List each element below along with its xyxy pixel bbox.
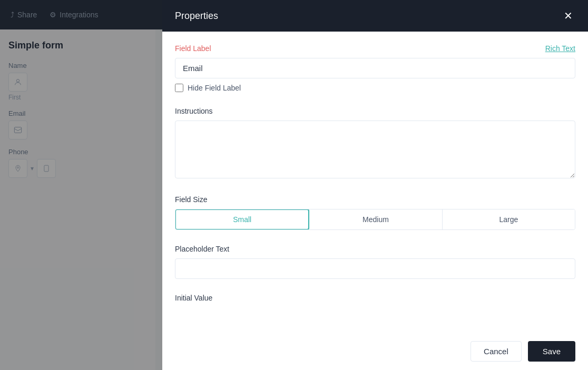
field-label-section: Field Label Rich Text Hide Field Label	[175, 44, 575, 92]
modal-close-button[interactable]: ✕	[561, 8, 575, 23]
rich-text-link[interactable]: Rich Text	[545, 44, 575, 53]
field-size-section: Field Size Small Medium Large	[175, 195, 575, 230]
placeholder-input[interactable]	[175, 258, 575, 279]
modal-header: Properties ✕	[162, 0, 588, 32]
field-size-label: Field Size	[175, 195, 575, 204]
field-label-text: Field Label	[175, 44, 211, 53]
size-small-button[interactable]: Small	[175, 209, 309, 230]
hide-label-text: Hide Field Label	[188, 84, 241, 92]
field-label-input[interactable]	[175, 58, 575, 78]
hide-label-row: Hide Field Label	[175, 84, 575, 92]
instructions-label: Instructions	[175, 107, 575, 115]
hide-label-checkbox[interactable]	[175, 84, 183, 92]
cancel-button[interactable]: Cancel	[471, 341, 522, 362]
size-medium-button[interactable]: Medium	[309, 209, 442, 229]
size-large-button[interactable]: Large	[442, 209, 575, 229]
instructions-section: Instructions	[175, 107, 575, 181]
modal-title: Properties	[175, 11, 218, 22]
save-button[interactable]: Save	[528, 341, 575, 362]
properties-modal: Properties ✕ Field Label Rich Text Hide …	[162, 0, 588, 370]
placeholder-section: Placeholder Text	[175, 245, 575, 279]
field-label-header: Field Label Rich Text	[175, 44, 575, 53]
initial-value-section: Initial Value	[175, 294, 575, 302]
modal-footer: Cancel Save	[162, 333, 588, 370]
size-selector: Small Medium Large	[175, 209, 575, 230]
initial-value-label: Initial Value	[175, 294, 575, 302]
placeholder-label: Placeholder Text	[175, 245, 575, 253]
instructions-textarea[interactable]	[175, 121, 575, 178]
modal-body: Field Label Rich Text Hide Field Label I…	[162, 32, 588, 333]
